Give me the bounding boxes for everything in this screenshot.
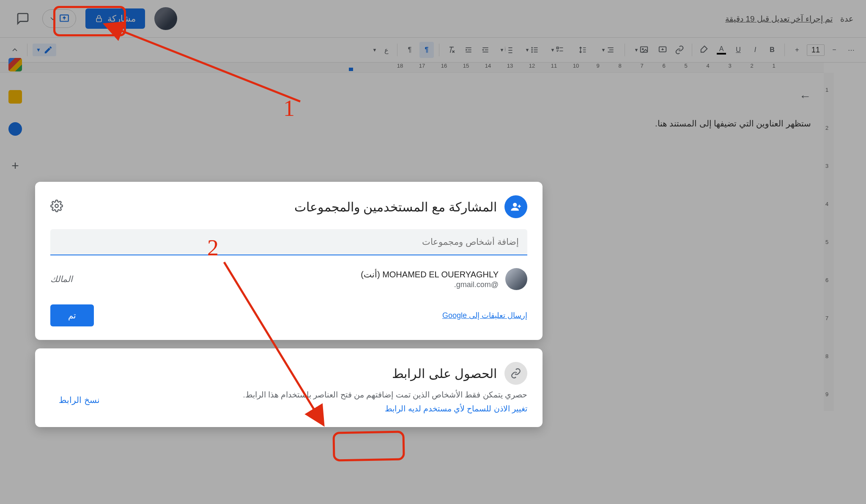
svg-point-11 [532, 51, 533, 52]
share-settings-button[interactable] [50, 200, 63, 214]
svg-rect-8 [557, 47, 559, 49]
share-button[interactable]: مشاركة [85, 8, 145, 29]
svg-point-26 [513, 203, 517, 207]
vruler-tick: 9 [825, 391, 828, 397]
svg-rect-14 [534, 52, 538, 52]
bold-button[interactable]: B [765, 42, 779, 58]
plus-button[interactable]: + [790, 42, 804, 58]
ruler-tick: 17 [419, 63, 425, 69]
editing-mode-button[interactable]: ▼ [33, 44, 56, 56]
svg-text:2: 2 [505, 49, 506, 52]
person-role-label: المالك [50, 274, 73, 284]
minus-button[interactable]: − [827, 42, 841, 58]
italic-button[interactable]: I [748, 42, 762, 58]
done-button[interactable]: تم [50, 304, 94, 326]
calendar-addon-icon[interactable] [8, 58, 22, 71]
ruler-tick: 6 [662, 63, 665, 69]
ruler-tick: 13 [507, 63, 513, 69]
comment-insert-button[interactable] [655, 42, 670, 58]
share-people-card: المشاركة مع المستخدمين والمجموعات MOHAME… [35, 182, 543, 340]
svg-rect-1 [96, 18, 101, 22]
present-button[interactable] [42, 9, 76, 28]
add-people-input[interactable] [50, 229, 527, 255]
annotation-number-1: 1 [283, 95, 295, 121]
person-avatar [505, 268, 527, 290]
add-addon-button[interactable]: + [11, 159, 19, 173]
svg-point-27 [55, 204, 58, 208]
indent-decrease-button[interactable] [478, 42, 493, 58]
share-dialog-title: المشاركة مع المستخدمين والمجموعات [71, 200, 497, 214]
ltr-direction-button[interactable]: ¶ [403, 42, 417, 58]
link-icon-circle [504, 362, 527, 385]
vruler-tick: 2 [825, 125, 828, 131]
share-button-label: مشاركة [107, 14, 136, 24]
ruler-tick: 1 [772, 63, 775, 69]
vertical-ruler[interactable]: 123456789 [824, 73, 834, 411]
ruler-tick: 18 [397, 63, 403, 69]
outline-back-arrow[interactable]: ← [799, 90, 811, 103]
account-avatar[interactable] [154, 7, 177, 30]
get-link-title: الحصول على الرابط [50, 366, 497, 381]
svg-rect-12 [534, 47, 538, 48]
align-button[interactable]: ▼ [597, 42, 619, 58]
lock-icon [95, 14, 103, 23]
font-size-control[interactable]: 11 [807, 44, 825, 56]
horizontal-ruler[interactable]: 123456789101112131415161718 [0, 63, 824, 73]
keep-addon-icon[interactable] [8, 90, 22, 104]
tasks-addon-icon[interactable] [8, 122, 22, 136]
line-spacing-button[interactable] [571, 42, 594, 58]
clear-format-button[interactable] [444, 42, 459, 58]
ruler-tick: 9 [596, 63, 599, 69]
ruler-tick: 12 [529, 63, 535, 69]
font-size-value: 11 [807, 44, 825, 56]
link-button[interactable] [672, 42, 687, 58]
more-tools-button[interactable]: ⋯ [844, 42, 858, 58]
bullet-list-button[interactable]: ▼ [521, 42, 543, 58]
share-person-row: MOHAMED EL OUERYAGHLY (أنت) @gmail.com. … [50, 268, 527, 290]
ruler-tick: 4 [706, 63, 709, 69]
send-feedback-link[interactable]: إرسال تعليقات إلى Google [442, 311, 527, 320]
svg-point-9 [532, 47, 533, 48]
gear-icon [50, 200, 63, 212]
ruler-tick: 8 [618, 63, 621, 69]
link-restriction-desc: حصري يتمكن فقط الأشخاص الذين تمت إضافتهم… [108, 390, 527, 400]
image-insert-button[interactable]: ▼ [630, 42, 653, 58]
checklist-button[interactable]: ▼ [546, 42, 569, 58]
link-icon [510, 368, 521, 379]
numbered-list-button[interactable]: 12▼ [495, 42, 518, 58]
ruler-tick: 11 [551, 63, 557, 69]
pencil-icon [44, 45, 53, 55]
indent-increase-button[interactable] [461, 42, 476, 58]
vruler-tick: 5 [825, 239, 828, 245]
ruler-indent-marker[interactable] [349, 68, 353, 71]
last-edit-link[interactable]: تم إجراء آخر تعديل قبل 19 دقيقة [725, 14, 833, 24]
share-people-icon [504, 195, 527, 218]
highlight-button[interactable] [697, 42, 712, 58]
vruler-tick: 8 [825, 353, 828, 359]
ruler-tick: 7 [640, 63, 643, 69]
underline-button[interactable]: U [731, 42, 745, 58]
outline-panel: ← ستظهر العناوين التي تضيفها إلى المستند… [557, 73, 824, 157]
svg-rect-13 [534, 49, 538, 50]
change-link-permission[interactable]: تغيير الاذن للسماح لأي مستخدم لديه الراب… [385, 404, 527, 413]
help-menu-label[interactable]: عدة [840, 14, 853, 24]
get-link-card: الحصول على الرابط حصري يتمكن فقط الأشخاص… [35, 348, 543, 427]
outline-placeholder-text: ستظهر العناوين التي تضيفها إلى المستند ه… [570, 118, 811, 129]
ruler-tick: 3 [728, 63, 731, 69]
copy-link-button[interactable]: نسخ الرابط [50, 390, 108, 410]
vruler-tick: 7 [825, 315, 828, 321]
ruler-tick: 15 [463, 63, 469, 69]
text-color-button[interactable]: A [714, 42, 729, 58]
format-dropdown[interactable]: ع▼ [369, 42, 392, 58]
ruler-tick: 2 [750, 63, 753, 69]
ruler-tick: 16 [441, 63, 447, 69]
svg-point-10 [532, 49, 533, 50]
comments-button[interactable] [13, 8, 33, 29]
vruler-tick: 1 [825, 87, 828, 93]
vruler-tick: 3 [825, 163, 828, 169]
rtl-direction-button[interactable]: ¶ [419, 42, 434, 58]
annotation-number-2: 2 [207, 235, 219, 261]
person-name: MOHAMED EL OUERYAGHLY (أنت) [79, 269, 499, 279]
ruler-tick: 5 [684, 63, 687, 69]
ruler-tick: 14 [485, 63, 491, 69]
